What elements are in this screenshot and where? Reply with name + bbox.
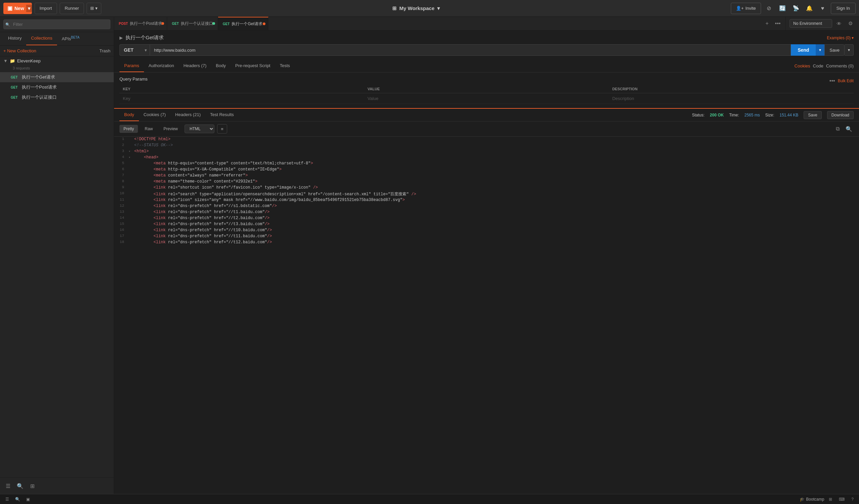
req-tab-tests[interactable]: Tests xyxy=(275,60,295,72)
env-settings-button[interactable]: ⚙ xyxy=(846,19,855,28)
url-input[interactable] xyxy=(150,44,791,56)
line-number: 8 xyxy=(114,179,127,185)
resp-tab-test-results[interactable]: Test Results xyxy=(205,109,239,121)
sidebar: History Collections APIsBETA + New Colle… xyxy=(0,17,114,494)
format-raw-button[interactable]: Raw xyxy=(140,125,157,133)
apis-beta-badge: BETA xyxy=(71,35,79,39)
key-input[interactable] xyxy=(123,96,361,101)
layout-button[interactable]: ⊞ ▾ xyxy=(87,3,101,14)
bulk-edit-button[interactable]: Bulk Edit xyxy=(838,78,854,83)
line-number: 15 xyxy=(114,222,127,228)
line-number: 13 xyxy=(114,209,127,215)
line-number: 3 xyxy=(114,149,127,155)
satellite-icon-button[interactable]: 📡 xyxy=(790,3,801,14)
sidebar-tab-collections[interactable]: Collections xyxy=(26,32,57,45)
format-select[interactable]: HTML xyxy=(184,124,214,133)
new-collection-button[interactable]: + New Collection xyxy=(3,48,36,54)
tab-dot-post xyxy=(161,22,164,25)
invite-button[interactable]: 👤+ Invite xyxy=(731,3,761,14)
search-input[interactable] xyxy=(3,19,110,29)
size-label: Size: xyxy=(765,113,774,118)
method-select-wrap: GET POST PUT DELETE ▾ xyxy=(119,44,150,56)
tab-post[interactable]: POST 执行一个Post请求 xyxy=(114,17,167,30)
req-tab-pre-request[interactable]: Pre-request Script xyxy=(230,60,275,72)
code-viewer[interactable]: 1<!DOCTYPE html>2<!--STATUS OK-->3▾<html… xyxy=(114,137,859,494)
fold-icon[interactable]: ▾ xyxy=(127,155,132,161)
trash-button[interactable]: Trash xyxy=(99,48,110,54)
tabs-actions: + ••• xyxy=(760,19,785,28)
sidebar-collections-icon-btn[interactable]: ☰ xyxy=(3,480,13,491)
fold-icon[interactable]: ▾ xyxy=(127,149,132,155)
line-content: <link rel="dns-prefetch" href="//s1.bdst… xyxy=(132,203,280,209)
help-btn[interactable]: ? xyxy=(849,495,856,503)
request-item-post[interactable]: GET 执行一个Post请求 xyxy=(0,82,114,92)
env-eye-button[interactable]: 👁 xyxy=(834,19,844,28)
sidebar-search-icon-btn[interactable]: 🔍 xyxy=(15,480,26,491)
heart-icon-button[interactable]: ♥ xyxy=(817,3,828,14)
bootcamp-link[interactable]: 🎓 Bootcamp xyxy=(800,497,824,502)
new-button[interactable]: ▣ New ▾ xyxy=(3,3,32,14)
workspace-selector[interactable]: ⊞ My Workspace ▾ xyxy=(104,5,728,11)
req-tab-headers[interactable]: Headers (7) xyxy=(179,60,211,72)
resp-tab-headers[interactable]: Headers (21) xyxy=(170,109,205,121)
sidebar-layout-icon-btn[interactable]: ⊞ xyxy=(27,480,37,491)
offline-icon-button[interactable]: ⊘ xyxy=(764,3,774,14)
collections-icon-btn[interactable]: ☰ xyxy=(3,495,11,503)
req-tab-params[interactable]: Params xyxy=(119,60,144,72)
search-icon-btn[interactable]: 🔍 xyxy=(13,495,22,503)
sidebar-tab-history[interactable]: History xyxy=(3,32,26,45)
word-wrap-button[interactable]: ≡ xyxy=(217,124,227,134)
keyboard-shortcut-btn[interactable]: ⌨ xyxy=(837,495,847,503)
params-more-button[interactable]: ••• xyxy=(829,78,835,84)
arrow-right-icon: ▶ xyxy=(119,35,123,40)
format-preview-button[interactable]: Preview xyxy=(160,125,182,133)
code-line: 12 <link rel="dns-prefetch" href="//s1.b… xyxy=(114,203,859,209)
time-label: Time: xyxy=(729,113,739,118)
runner-button[interactable]: Runner xyxy=(60,3,84,14)
code-line: 13 <link rel="dns-prefetch" href="//t1.b… xyxy=(114,209,859,215)
sidebar-search-area xyxy=(0,17,114,32)
save-button[interactable]: Save xyxy=(825,44,845,56)
code-link[interactable]: Code xyxy=(813,63,824,68)
examples-chevron: ▾ xyxy=(852,35,854,40)
add-tab-button[interactable]: + xyxy=(762,19,772,28)
content-area: POST 执行一个Post请求 GET 执行一个认证接口 GET 执行一个Get… xyxy=(114,17,859,494)
sidebar-tab-apis[interactable]: APIsBETA xyxy=(57,32,84,45)
sync-icon-button[interactable]: 🔄 xyxy=(777,3,788,14)
collection-header[interactable]: ▼ 📁 ElevenKeep xyxy=(0,56,114,65)
request-item-get1[interactable]: GET 执行一个Get请求 xyxy=(0,72,114,82)
tabs-env-row: POST 执行一个Post请求 GET 执行一个认证接口 GET 执行一个Get… xyxy=(114,17,859,31)
import-button[interactable]: Import xyxy=(34,3,57,14)
response-save-button[interactable]: Save xyxy=(804,111,822,119)
send-dropdown-button[interactable]: ▾ xyxy=(816,44,825,56)
resp-tab-body[interactable]: Body xyxy=(119,109,139,121)
fold-icon xyxy=(127,228,132,233)
format-pretty-button[interactable]: Pretty xyxy=(119,125,138,133)
new-dropdown-arrow[interactable]: ▾ xyxy=(26,5,32,12)
sign-in-button[interactable]: Sign In xyxy=(831,3,856,14)
description-input[interactable] xyxy=(612,96,850,101)
tab-auth[interactable]: GET 执行一个认证接口 xyxy=(167,17,218,30)
comments-link[interactable]: Comments (0) xyxy=(826,63,854,68)
method-select[interactable]: GET POST PUT DELETE xyxy=(119,44,150,56)
fold-icon xyxy=(127,167,132,173)
resp-tab-cookies[interactable]: Cookies (7) xyxy=(139,109,170,121)
layout-toggle-btn[interactable]: ⊞ xyxy=(827,495,834,503)
response-download-button[interactable]: Download xyxy=(827,111,854,119)
environment-select[interactable]: No Environment xyxy=(789,19,832,28)
copy-response-button[interactable]: ⧉ xyxy=(833,124,842,134)
search-response-button[interactable]: 🔍 xyxy=(844,124,854,134)
save-dropdown-button[interactable]: ▾ xyxy=(845,44,854,56)
req-tab-authorization[interactable]: Authorization xyxy=(144,60,179,72)
examples-link[interactable]: Examples (0) ▾ xyxy=(827,35,854,40)
req-tab-body[interactable]: Body xyxy=(211,60,230,72)
console-icon-btn[interactable]: ▣ xyxy=(24,495,32,503)
send-button[interactable]: Send xyxy=(791,44,816,56)
tab-get[interactable]: GET 执行一个Get请求 xyxy=(218,17,269,30)
more-tabs-button[interactable]: ••• xyxy=(773,19,783,28)
bell-icon-button[interactable]: 🔔 xyxy=(804,3,815,14)
request-item-auth[interactable]: GET 执行一个认证接口 xyxy=(0,92,114,102)
fold-icon xyxy=(127,215,132,222)
cookies-link[interactable]: Cookies xyxy=(795,63,810,68)
value-input[interactable] xyxy=(367,96,605,101)
